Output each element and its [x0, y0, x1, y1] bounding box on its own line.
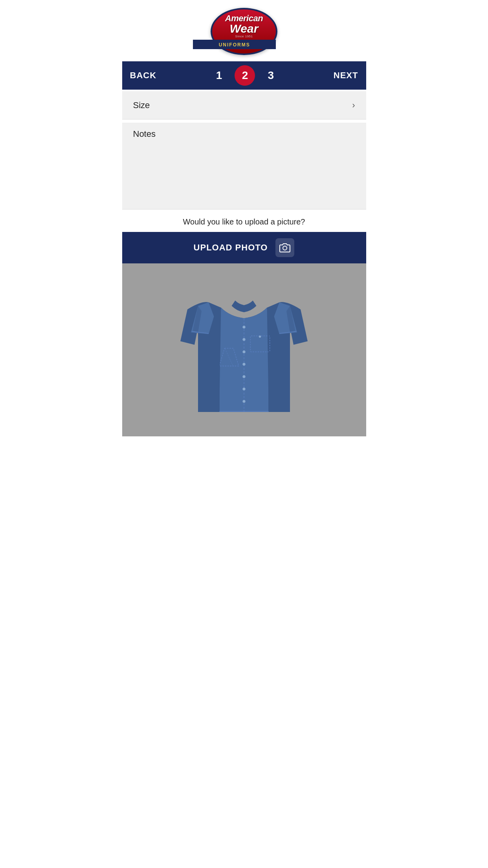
svg-point-6	[242, 375, 245, 378]
size-label: Size	[133, 100, 150, 110]
chevron-right-icon: ›	[352, 100, 355, 110]
svg-point-8	[242, 400, 245, 403]
step-1[interactable]: 1	[216, 69, 222, 82]
back-button[interactable]: BACK	[130, 70, 157, 81]
logo-area: American Wear Since 1951 UNIFORMS	[122, 0, 366, 61]
logo-banner: UNIFORMS	[193, 40, 276, 49]
svg-point-4	[242, 350, 245, 353]
step-3[interactable]: 3	[268, 69, 274, 82]
next-button[interactable]: NEXT	[334, 70, 358, 81]
product-image-area	[122, 263, 366, 436]
svg-point-2	[242, 326, 245, 328]
step-indicators: 1 2 3	[216, 65, 274, 86]
notes-container: Notes	[122, 123, 366, 210]
upload-photo-button[interactable]: UPLOAD PHOTO	[122, 232, 366, 263]
logo-oval: American Wear Since 1951 UNIFORMS	[211, 8, 277, 55]
upload-prompt: Would you like to upload a picture?	[122, 210, 366, 232]
step-2-active[interactable]: 2	[235, 65, 255, 86]
logo-text-since: Since 1951	[235, 35, 253, 38]
notes-input[interactable]	[133, 142, 355, 201]
logo-text-uniforms: UNIFORMS	[219, 42, 250, 48]
svg-point-0	[283, 246, 287, 250]
navigation-bar: BACK 1 2 3 NEXT	[122, 61, 366, 90]
camera-icon	[275, 238, 294, 257]
upload-button-label: UPLOAD PHOTO	[194, 243, 268, 253]
notes-label: Notes	[133, 129, 355, 139]
svg-point-3	[242, 338, 245, 340]
size-row[interactable]: Size ›	[122, 91, 366, 120]
svg-point-10	[259, 335, 261, 337]
logo-text-wear: Wear	[230, 23, 259, 35]
logo-text-american: American	[225, 14, 263, 23]
shirt-illustration	[173, 270, 315, 430]
svg-point-5	[242, 362, 245, 365]
svg-point-7	[242, 387, 245, 390]
